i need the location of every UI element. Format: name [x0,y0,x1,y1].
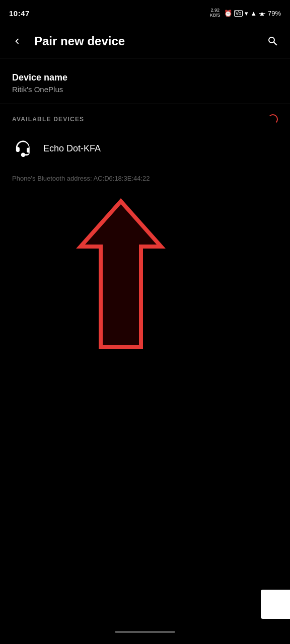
available-devices-section: AVAILABLE DEVICES Echo Dot-KFA [0,104,290,167]
svg-marker-0 [81,201,161,347]
back-button[interactable] [8,32,26,50]
search-icon [267,35,279,47]
search-button[interactable] [264,32,282,50]
nav-indicator [115,631,175,633]
wifi-icon: ▾ [245,10,248,17]
status-bar: 10:47 2.92 KB/S ⏰ Vo ▾ ▲ ▲ 79% [0,0,290,24]
battery-level: 79% [268,10,281,17]
device-name-section: Device name Ritik's OnePlus [0,58,290,104]
network-speed: 2.92 KB/S [210,8,221,18]
loading-spinner [268,114,278,124]
available-devices-header: AVAILABLE DEVICES [12,114,278,124]
available-devices-label: AVAILABLE DEVICES [12,116,84,123]
device-name-value: Ritik's OnePlus [12,85,278,94]
alarm-icon: ⏰ [224,10,232,17]
page-title: Pair new device [34,34,264,48]
nosim-icon: ▲ [259,10,265,17]
app-bar: Pair new device [0,24,290,58]
device-type-icon [12,137,34,159]
headphones-icon [15,140,32,157]
device-item[interactable]: Echo Dot-KFA [12,130,278,167]
device-name-label: Device name [12,72,278,83]
status-right-area: 2.92 KB/S ⏰ Vo ▾ ▲ ▲ 79% [210,8,281,18]
status-time: 10:47 [9,9,30,18]
back-icon [12,36,23,47]
nav-bar [0,620,290,644]
device-name-text: Echo Dot-KFA [43,143,101,154]
white-rect [261,590,290,619]
status-icons: ⏰ Vo ▾ ▲ ▲ [224,10,265,17]
arrow-annotation [55,196,186,367]
bluetooth-address: Phone's Bluetooth address: AC:D6:18:3E:4… [0,167,290,192]
vowifi-icon: Vo [234,10,243,17]
signal-icon: ▲ [250,10,257,17]
